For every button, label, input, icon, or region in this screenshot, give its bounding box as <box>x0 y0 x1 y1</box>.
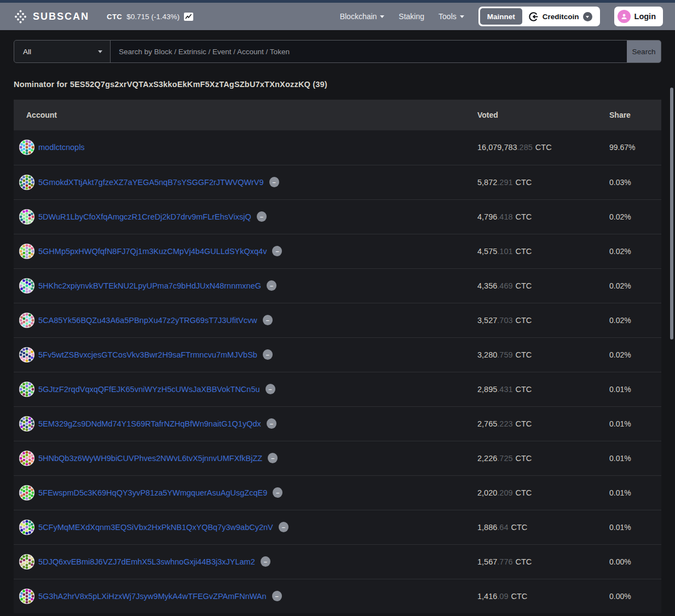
table-row: 5FEwspmD5c3K69HqQY3yvP81za5YWmgquerAsuAg… <box>14 475 661 510</box>
nav-link-tools[interactable]: Tools <box>439 12 464 21</box>
copy-address-icon[interactable]: – <box>257 211 267 222</box>
account-link[interactable]: 5HNbQb3z6WyWH9biCUVPhves2NWvL6tvX5jnnvUM… <box>38 454 262 463</box>
table-row: 5G3hA2hrV8x5pLXiHzxWj7Jsyw9MykA4wTFEGvZP… <box>14 579 661 613</box>
scrollbar-thumb[interactable] <box>670 88 673 339</box>
share-value: 0.03% <box>609 178 631 187</box>
account-link[interactable]: 5Fv5wtZSBvxcjesGTCosVkv3Bwr2H9saFTrmncvu… <box>38 350 257 359</box>
search-filter-value: All <box>23 48 31 56</box>
copy-address-icon[interactable]: – <box>263 315 273 325</box>
account-link[interactable]: 5CA85Yk56BQZu43A6a5PBnpXu47z2yTRG69sT7J3… <box>38 316 257 325</box>
page-title: Nominator for 5ES52Q7gs2xrVQTAxS3kkoEkKm… <box>14 80 661 89</box>
network-switcher[interactable]: Mainnet Creditcoin <box>478 7 600 26</box>
voted-cell: 1,567.776CTC <box>477 544 609 579</box>
nominator-table-body: modlctcnopls – 16,079,783.285CTC 99.67% … <box>14 130 661 613</box>
voted-cell: 4,575.101CTC <box>477 234 609 268</box>
subscan-brand[interactable]: SUBSCAN <box>13 9 89 24</box>
account-identicon <box>19 209 34 224</box>
voted-cell: 16,079,783.285CTC <box>477 130 609 165</box>
copy-address-icon[interactable]: – <box>263 349 273 360</box>
chevron-down-icon <box>380 15 384 18</box>
nav-link-label: Tools <box>439 12 457 21</box>
account-link[interactable]: 5FEwspmD5c3K69HqQY3yvP81za5YWmgquerAsuAg… <box>38 488 267 497</box>
account-link[interactable]: 5DJQ6xvEBmi8J6VZJ7dEmhX5L3swhnoGxji44B3j… <box>38 557 255 566</box>
voted-cell: 4,356.469CTC <box>477 268 609 303</box>
account-identicon <box>19 554 34 569</box>
share-value: 0.02% <box>609 316 631 325</box>
voted-cell: 4,796.418CTC <box>477 199 609 234</box>
copy-address-icon[interactable]: – <box>279 522 289 532</box>
table-row: 5CA85Yk56BQZu43A6a5PBnpXu47z2yTRG69sT7J3… <box>14 303 661 337</box>
voted-cell: 3,280.759CTC <box>477 337 609 372</box>
table-row: 5GmokdXTtjAkt7gfzeXZ7aYEGA5nqB7sYSGGF2rJ… <box>14 165 661 199</box>
account-link[interactable]: 5DWuR1LbyCfoXfqAmgczR1CreDj2kD7drv9mFLrE… <box>38 212 251 221</box>
copy-address-icon[interactable]: – <box>273 487 282 498</box>
nominators-table: Account Voted Share modlctcnopls – 16,07… <box>14 100 661 613</box>
voted-cell: 2,020.209CTC <box>477 475 609 510</box>
account-identicon <box>19 313 34 328</box>
account-identicon <box>19 382 34 397</box>
account-link[interactable]: 5HKhc2xpiynvkBVTEkNU2LpyUPma7c9bHdJUxN48… <box>38 281 261 290</box>
account-link[interactable]: 5CFyMqMEXdXqnm3EQSiVbx2HxPkNB1QxYQBq7y3w… <box>38 523 273 532</box>
account-identicon <box>19 416 34 431</box>
table-header-row: Account Voted Share <box>14 100 661 130</box>
table-row: 5GJtzF2rqdVqxqQFfEJK65vniWYzH5cUWsJaXBBV… <box>14 372 661 406</box>
login-label: Login <box>634 12 656 21</box>
mainnet-button[interactable]: Mainnet <box>480 8 522 25</box>
chain-name: Creditcoin <box>543 13 579 21</box>
user-avatar-icon <box>618 10 631 23</box>
account-identicon <box>19 347 34 362</box>
share-value: 0.01% <box>609 488 631 497</box>
share-value: 0.00% <box>609 557 631 566</box>
search-button[interactable]: Search <box>627 41 661 62</box>
copy-address-icon[interactable]: – <box>261 556 270 567</box>
nav-link-label: Staking <box>399 12 424 21</box>
account-identicon <box>19 485 34 500</box>
nav-link-blockchain[interactable]: Blockchain <box>340 12 385 21</box>
account-link[interactable]: 5GJtzF2rqdVqxqQFfEJK65vniWYzH5cUWsJaXBBV… <box>38 385 260 394</box>
account-link[interactable]: 5GmokdXTtjAkt7gfzeXZ7aYEGA5nqB7sYSGGF2rJ… <box>38 178 264 187</box>
account-link[interactable]: 5EM329gZs9DNdMd74Y1S69RTafrNZHqBfWn9nait… <box>38 419 261 428</box>
nav-link-label: Blockchain <box>340 12 377 21</box>
account-link[interactable]: modlctcnopls <box>38 143 85 152</box>
share-value: 0.02% <box>609 247 631 256</box>
navbar: SUBSCAN CTC $0.715 (-1.43%) Blockchain S… <box>0 3 675 30</box>
creditcoin-logo-icon <box>528 11 539 22</box>
account-identicon <box>19 278 34 293</box>
voted-cell: 1,416.09CTC <box>477 579 609 613</box>
table-row: 5HKhc2xpiynvkBVTEkNU2LpyUPma7c9bHdJUxN48… <box>14 268 661 303</box>
chain-dropdown-icon[interactable] <box>583 12 592 21</box>
search-filter-select[interactable]: All <box>14 41 111 62</box>
copy-address-icon[interactable]: – <box>267 418 276 429</box>
nav-link-staking[interactable]: Staking <box>399 12 424 21</box>
price-chart-icon[interactable] <box>184 13 193 21</box>
share-value: 0.01% <box>609 454 631 463</box>
account-link[interactable]: 5G3hA2hrV8x5pLXiHzxWj7Jsyw9MykA4wTFEGvZP… <box>38 592 267 601</box>
token-price: $0.715 (-1.43%) <box>126 13 180 21</box>
table-row: 5CFyMqMEXdXqnm3EQSiVbx2HxPkNB1QxYQBq7y3w… <box>14 510 661 544</box>
account-link[interactable]: 5GHMp5pxHWQfqfN8FJ7Qj1m3KuzCMpVj4b4GULLd… <box>38 247 267 256</box>
column-header-share: Share <box>609 100 661 130</box>
voted-cell: 2,226.725CTC <box>477 441 609 475</box>
voted-cell: 1,886.64CTC <box>477 510 609 544</box>
account-identicon <box>19 140 34 155</box>
copy-address-icon[interactable]: – <box>268 453 278 463</box>
chain-selector[interactable]: Creditcoin <box>522 11 598 22</box>
copy-address-icon[interactable]: – <box>272 246 282 256</box>
subscan-logo-icon <box>13 9 28 24</box>
search-input[interactable] <box>111 41 627 62</box>
share-value: 0.01% <box>609 385 631 394</box>
token-price-info: CTC $0.715 (-1.43%) <box>107 13 193 21</box>
copy-address-icon[interactable]: – <box>267 280 276 291</box>
chevron-down-icon <box>460 15 464 18</box>
copy-address-icon[interactable]: – <box>269 177 279 187</box>
account-identicon <box>19 520 34 535</box>
copy-address-icon[interactable]: – <box>272 591 282 601</box>
account-identicon <box>19 175 34 190</box>
table-row: 5DJQ6xvEBmi8J6VZJ7dEmhX5L3swhnoGxji44B3j… <box>14 544 661 579</box>
copy-address-icon[interactable]: – <box>266 384 275 394</box>
login-button[interactable]: Login <box>614 7 663 26</box>
token-symbol: CTC <box>107 13 122 21</box>
voted-cell: 2,895.431CTC <box>477 372 609 406</box>
share-value: 0.02% <box>609 350 631 359</box>
search-bar: All Search <box>14 40 661 63</box>
